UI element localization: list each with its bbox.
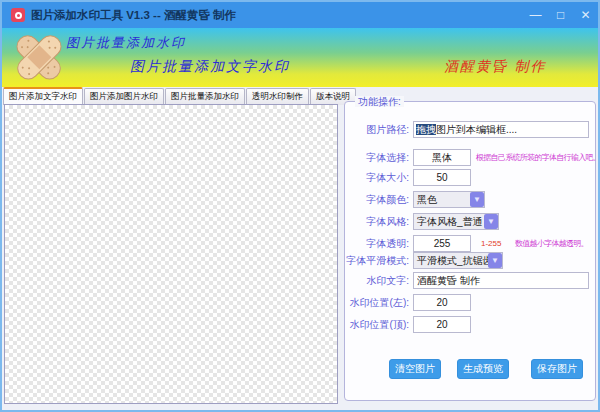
smooth-mode-label: 字体平滑模式: [345,252,409,269]
tab-add-image-watermark[interactable]: 图片添加图片水印 [84,88,164,105]
smooth-mode-value: 平滑模式_抗锯齿 [414,253,488,268]
app-icon [11,8,25,22]
selected-text: 拖拽 [416,124,436,135]
app-window: 图片添加水印工具 V1.3 -- 酒醒黄昏 制作 — □ ✕ [0,0,600,412]
smooth-mode-dropdown[interactable]: 平滑模式_抗锯齿 ▼ [413,252,503,269]
watermark-text-label: 水印文字: [345,272,409,289]
tab-add-text-watermark[interactable]: 图片添加文字水印 [3,87,83,105]
font-alpha-label: 字体透明: [345,235,409,252]
font-color-dropdown[interactable]: 黑色 ▼ [413,191,485,208]
generate-preview-button[interactable]: 生成预览 [457,359,509,379]
font-alpha-range: 1-255 [481,235,501,252]
titlebar: 图片添加水印工具 V1.3 -- 酒醒黄昏 制作 — □ ✕ [2,2,598,28]
close-button[interactable]: ✕ [573,2,598,28]
font-color-label: 字体颜色: [345,191,409,208]
font-alpha-input[interactable] [413,235,471,252]
clear-image-button[interactable]: 清空图片 [389,359,441,379]
font-size-label: 字体大小: [345,169,409,186]
image-preview-dropzone[interactable] [4,104,338,404]
banner: 图片批量添加水印 图片批量添加文字水印 酒醒黄昏 制作 [2,28,598,87]
chevron-down-icon: ▼ [484,214,498,229]
position-top-input[interactable] [413,316,471,333]
save-image-button[interactable]: 保存图片 [531,359,583,379]
font-color-value: 黑色 [414,192,470,207]
watermark-text-input[interactable] [413,272,589,289]
banner-credit: 酒醒黄昏 制作 [444,58,546,76]
banner-title-2: 图片批量添加文字水印 [130,58,290,76]
font-style-label: 字体风格: [345,213,409,230]
banner-title-1: 图片批量添加水印 [66,34,186,52]
position-left-label: 水印位置(左): [345,294,409,311]
tab-transparent-watermark[interactable]: 透明水印制作 [246,88,309,105]
window-title: 图片添加水印工具 V1.3 -- 酒醒黄昏 制作 [31,8,236,23]
image-path-input[interactable]: 拖拽图片到本编辑框.... [413,121,589,138]
maximize-button[interactable]: □ [548,2,573,28]
font-style-value: 字体风格_普通 [414,214,484,229]
groupbox-title: 功能操作: [355,96,404,107]
chevron-down-icon: ▼ [488,253,502,268]
font-select-label: 字体选择: [345,149,409,166]
bandaid-icon [10,31,68,84]
font-select-note: 根据自己系统所装的字体自行输入吧。 [476,149,600,166]
minimize-button[interactable]: — [523,2,548,28]
window-controls: — □ ✕ [523,2,598,28]
image-path-label: 图片路径: [345,121,409,138]
path-text: 图片到本编辑框.... [436,124,517,135]
font-style-dropdown[interactable]: 字体风格_普通 ▼ [413,213,499,230]
font-size-input[interactable] [413,169,471,186]
chevron-down-icon: ▼ [470,192,484,207]
position-left-input[interactable] [413,294,471,311]
tab-batch-add-watermark[interactable]: 图片批量添加水印 [165,88,245,105]
font-select-input[interactable] [413,149,471,166]
function-groupbox: 功能操作: 图片路径: 拖拽图片到本编辑框.... 字体选择: 根据自己系统所装… [344,101,596,401]
position-top-label: 水印位置(顶): [345,316,409,333]
font-alpha-note: 数值越小字体越透明。 [515,235,588,252]
